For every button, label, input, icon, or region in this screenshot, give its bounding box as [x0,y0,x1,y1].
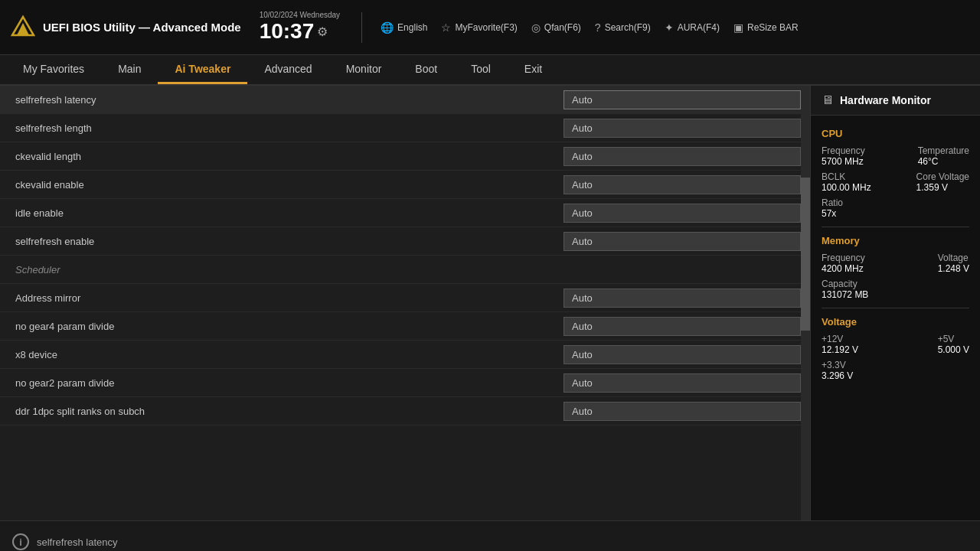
setting-label: no gear2 param divide [15,377,564,389]
setting-value[interactable]: Auto [564,232,801,251]
asus-logo-icon [9,14,37,41]
memory-frequency-value: 4200 MHz [822,263,865,274]
setting-value[interactable]: Auto [564,289,801,308]
v12-label: +12V [822,334,858,344]
table-row[interactable]: ddr 1dpc split ranks on subch Auto [0,397,810,425]
time-display: 10:37 [260,19,315,44]
hw-monitor-title: Hardware Monitor [840,94,931,106]
cpu-bclk-label: BCLK [822,171,871,182]
search-icon: ? [595,21,601,34]
search-button[interactable]: ? Search(F9) [595,21,651,34]
hw-monitor-content: CPU Frequency 5700 MHz Temperature 46°C … [811,116,980,520]
cpu-section-title: CPU [822,128,969,139]
info-icon: i [12,533,29,550]
resizebar-label: ReSize BAR [747,22,799,33]
qfan-icon: ◎ [531,21,541,34]
nav-exit[interactable]: Exit [508,55,559,84]
logo-area: UEFI BIOS Utility — Advanced Mode [9,14,241,41]
top-bar: UEFI BIOS Utility — Advanced Mode 10/02/… [0,0,980,55]
table-row[interactable]: x8 device Auto [0,341,810,369]
setting-label: selfrefresh latency [15,94,564,106]
language-button[interactable]: 🌐 English [381,21,427,34]
setting-value[interactable]: Auto [564,147,801,166]
qfan-label: Qfan(F6) [544,22,581,33]
memory-frequency-row: Frequency 4200 MHz Voltage 1.248 V [822,253,969,274]
nav-tool[interactable]: Tool [454,55,508,84]
aura-button[interactable]: ✦ AURA(F4) [665,21,720,34]
nav-my-favorites[interactable]: My Favorites [6,55,101,84]
monitor-icon: 🖥 [822,93,834,107]
voltage-33v-row: +3.3V 3.296 V [822,360,969,381]
hw-monitor-header: 🖥 Hardware Monitor [811,86,980,116]
bios-title: UEFI BIOS Utility — Advanced Mode [43,21,241,34]
table-row[interactable]: selfrefresh length Auto [0,114,810,142]
setting-label: Address mirror [15,292,564,304]
nav-main[interactable]: Main [101,55,158,84]
table-row[interactable]: selfrefresh latency Auto [0,86,810,114]
setting-value[interactable]: Auto [564,373,801,393]
setting-label: no gear4 param divide [15,321,564,332]
setting-value[interactable]: Auto [564,119,801,138]
info-bar: i selfrefresh latency [0,520,980,551]
main-content: selfrefresh latency Auto selfrefresh len… [0,86,980,520]
favorites-label: MyFavorite(F3) [455,22,517,33]
table-row[interactable]: selfrefresh enable Auto [0,227,810,256]
v33-value: 3.296 V [822,370,853,381]
section-header-row: Scheduler [0,256,810,284]
voltage-section-title: Voltage [822,316,969,328]
table-row[interactable]: idle enable Auto [0,199,810,227]
nav-boot[interactable]: Boot [398,55,454,84]
memory-voltage-label: Voltage [938,253,969,263]
scroll-thumb[interactable] [801,178,810,331]
hw-divider-1 [822,227,969,227]
aura-label: AURA(F4) [678,22,720,33]
cpu-temperature-label: Temperature [918,145,969,156]
nav-ai-tweaker[interactable]: Ai Tweaker [158,55,247,84]
memory-frequency-label: Frequency [822,253,865,263]
section-label: Scheduler [15,264,801,276]
cpu-ratio-label: Ratio [822,197,843,208]
date-display: 10/02/2024 Wednesday [260,11,340,19]
table-row[interactable]: ckevalid length Auto [0,142,810,171]
table-row[interactable]: no gear4 param divide Auto [0,312,810,341]
cpu-bclk-row: BCLK 100.00 MHz Core Voltage 1.359 V [822,171,969,193]
search-label: Search(F9) [605,22,651,33]
setting-label: ddr 1dpc split ranks on subch [15,406,564,417]
memory-section-title: Memory [822,235,969,246]
hw-divider-2 [822,308,969,308]
settings-icon[interactable]: ⚙ [317,24,328,39]
time-area: 10:37 ⚙ [260,19,328,44]
voltage-12v-row: +12V 12.192 V +5V 5.000 V [822,334,969,355]
setting-value[interactable]: Auto [564,402,801,421]
setting-value[interactable]: Auto [564,175,801,194]
nav-advanced[interactable]: Advanced [247,55,328,84]
cpu-ratio-value: 57x [822,208,843,219]
memory-voltage-value: 1.248 V [938,263,969,274]
setting-value[interactable]: Auto [564,345,801,364]
setting-label: selfrefresh enable [15,236,564,247]
cpu-frequency-row: Frequency 5700 MHz Temperature 46°C [822,145,969,167]
hw-monitor-panel: 🖥 Hardware Monitor CPU Frequency 5700 MH… [810,86,980,520]
cpu-core-voltage-value: 1.359 V [916,182,969,193]
v33-label: +3.3V [822,360,853,370]
table-row[interactable]: Address mirror Auto [0,284,810,312]
resizebar-button[interactable]: ▣ ReSize BAR [733,21,799,34]
v5-label: +5V [938,334,969,344]
language-label: English [397,22,427,33]
table-row[interactable]: ckevalid enable Auto [0,171,810,199]
language-icon: 🌐 [381,21,394,34]
scrollbar[interactable] [801,86,810,520]
nav-bar: My Favorites Main Ai Tweaker Advanced Mo… [0,55,980,86]
nav-monitor[interactable]: Monitor [329,55,399,84]
setting-value[interactable]: Auto [564,204,801,223]
datetime-area: 10/02/2024 Wednesday 10:37 ⚙ [260,11,340,44]
favorites-button[interactable]: ☆ MyFavorite(F3) [441,21,517,34]
qfan-button[interactable]: ◎ Qfan(F6) [531,21,581,34]
setting-label: idle enable [15,207,564,219]
cpu-ratio-row: Ratio 57x [822,197,969,219]
setting-label: ckevalid length [15,151,564,162]
setting-value[interactable]: Auto [564,90,801,109]
table-row[interactable]: no gear2 param divide Auto [0,369,810,397]
setting-value[interactable]: Auto [564,317,801,336]
favorites-icon: ☆ [441,21,451,34]
